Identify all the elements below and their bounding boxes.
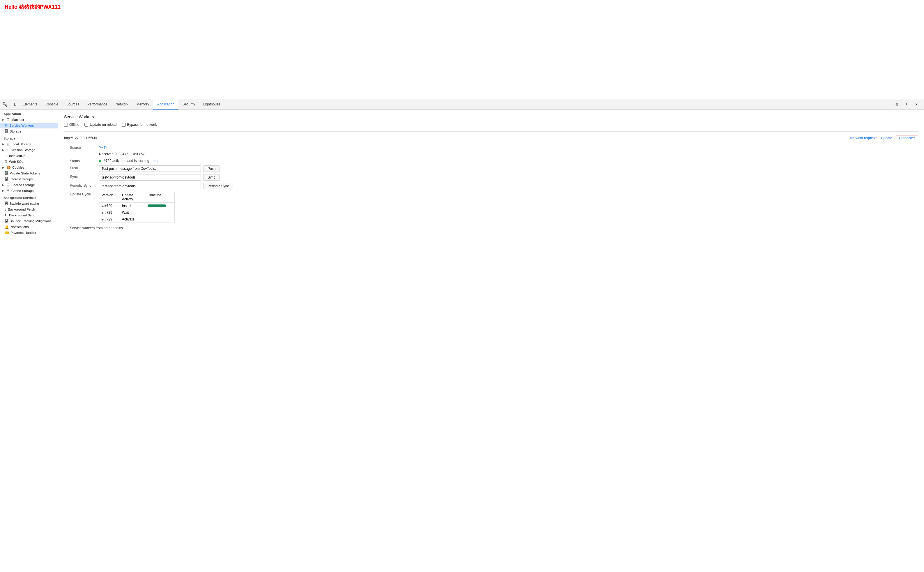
sidebar-item-bg-sync[interactable]: ↻ Background Sync — [0, 212, 58, 218]
uc-timeline-install — [146, 203, 174, 208]
periodic-sync-input[interactable] — [99, 183, 201, 189]
back-forward-icon: 🗄 — [5, 202, 8, 206]
more-options-icon[interactable]: ⋮ — [902, 101, 911, 109]
sidebar-item-payment-handler[interactable]: 💳 Payment Handler — [0, 230, 58, 236]
sidebar-item-cache-storage[interactable]: ▶ 🗄 Cache Storage — [0, 188, 58, 194]
timeline-bar-install — [148, 204, 166, 207]
uc-activity-wait: Wait — [119, 210, 146, 216]
sync-input-row: Sync — [99, 174, 918, 180]
sidebar-item-indexeddb[interactable]: ⊞ IndexedDB — [0, 153, 58, 159]
cache-storage-label: Cache Storage — [11, 189, 34, 193]
uc-row-install: ▶#729 Install — [99, 203, 174, 210]
page-heading: Hello 猪猪侠的PWA111 — [5, 3, 919, 11]
other-origins-text: Service workers from other origins — [70, 226, 123, 230]
manifest-label: Manifest — [11, 118, 24, 121]
update-reload-checkbox[interactable] — [84, 123, 88, 127]
sidebar-item-private-state[interactable]: 🗄 Private State Tokens — [0, 170, 58, 176]
update-cycle-table: Version Update Activity Timeline ▶#729 I… — [99, 192, 175, 223]
push-input[interactable] — [99, 165, 201, 172]
status-label: Status — [70, 159, 99, 163]
sidebar-item-notifications[interactable]: 🔔 Notifications — [0, 224, 58, 230]
periodic-sync-button[interactable]: Periodic Sync — [203, 183, 233, 189]
service-workers-label: Service Workers — [9, 124, 34, 127]
uc-expand-icon[interactable]: ▶ — [102, 204, 104, 208]
sync-input[interactable] — [99, 174, 201, 180]
indexeddb-label: IndexedDB — [9, 154, 26, 157]
update-cycle-table-container: Version Update Activity Timeline ▶#729 I… — [99, 192, 918, 223]
notifications-label: Notifications — [11, 225, 29, 228]
uc-col-version-header: Version — [99, 192, 119, 202]
bypass-network-label: Bypass for network — [127, 123, 157, 127]
sync-button[interactable]: Sync — [203, 174, 220, 180]
network-requests-link[interactable]: Network requests — [850, 136, 877, 140]
sidebar-item-storage[interactable]: 🗄 Storage — [0, 129, 58, 134]
unregister-link[interactable]: Unregister — [896, 135, 918, 141]
expand-arrow-icon: ▶ — [2, 118, 5, 121]
uc-timeline-activate — [146, 218, 174, 221]
uc-expand-icon[interactable]: ▶ — [102, 211, 104, 214]
sw-source-file-link[interactable]: sw.js — [99, 145, 107, 149]
sidebar-item-session-storage[interactable]: ▶ ⊞ Session Storage — [0, 147, 58, 153]
close-devtools-icon[interactable]: ✕ — [912, 101, 921, 109]
tab-elements[interactable]: Elements — [19, 99, 41, 109]
tab-sources[interactable]: Sources — [62, 99, 83, 109]
local-storage-icon: ⊞ — [6, 142, 9, 146]
sidebar-item-manifest[interactable]: ▶ 🗒 Manifest — [0, 117, 58, 123]
offline-checkbox-label[interactable]: Offline — [64, 123, 79, 127]
notifications-icon: 🔔 — [5, 225, 9, 229]
uc-timeline-wait — [146, 211, 174, 214]
uc-activity-activate: Activate — [119, 216, 146, 222]
sidebar-item-back-forward[interactable]: 🗄 Back/forward cache — [0, 201, 58, 207]
session-storage-icon: ⊞ — [6, 148, 9, 152]
update-cycle-label: Update Cycle — [70, 192, 99, 223]
uc-version-install: ▶#729 — [99, 203, 119, 209]
browser-page: Hello 猪猪侠的PWA111 — [0, 0, 924, 99]
sidebar-item-shared-storage[interactable]: ▶ 🗄 Shared Storage — [0, 182, 58, 188]
sidebar-item-bounce-tracking[interactable]: 🗄 Bounce Tracking Mitigations — [0, 218, 58, 224]
bypass-network-checkbox-label[interactable]: Bypass for network — [122, 123, 157, 127]
tab-network[interactable]: Network — [112, 99, 132, 109]
tab-lighthouse[interactable]: Lighthouse — [199, 99, 225, 109]
sidebar-item-cookies[interactable]: ▶ 🍪 Cookies — [0, 165, 58, 170]
tab-console[interactable]: Console — [41, 99, 62, 109]
tab-memory[interactable]: Memory — [132, 99, 153, 109]
source-value: sw.js — [99, 145, 918, 150]
sw-origin-header: http://127.0.0.1:5500/ Network requests … — [64, 135, 918, 141]
stop-link[interactable]: stop — [153, 159, 160, 163]
offline-checkbox[interactable] — [64, 123, 68, 127]
push-label: Push — [70, 165, 99, 172]
bg-services-section-label: Background Services — [0, 194, 58, 201]
bypass-network-checkbox[interactable] — [122, 123, 126, 127]
tab-performance[interactable]: Performance — [83, 99, 112, 109]
cookies-label: Cookies — [12, 166, 25, 169]
sw-details-grid: Source sw.js Received 2023/8/21 10:03:52… — [70, 145, 918, 223]
push-button[interactable]: Push — [203, 165, 220, 172]
sidebar-item-web-sql[interactable]: ⊞ Web SQL — [0, 159, 58, 165]
uc-expand-icon[interactable]: ▶ — [102, 218, 104, 221]
devtools-sidebar: Application ▶ 🗒 Manifest ⚙ Service Worke… — [0, 110, 58, 572]
sw-origin-url: http://127.0.0.1:5500/ — [64, 136, 97, 140]
sidebar-item-service-workers[interactable]: ⚙ Service Workers — [0, 123, 58, 129]
shared-storage-icon: 🗄 — [6, 183, 10, 187]
uc-row-activate: ▶#729 Activate — [99, 216, 174, 222]
session-storage-label: Session Storage — [11, 148, 35, 152]
sidebar-item-bg-fetch[interactable]: ↓ Background Fetch — [0, 207, 58, 212]
svg-rect-0 — [3, 103, 5, 104]
tab-list: Elements Console Sources Performance Net… — [19, 99, 893, 109]
interest-groups-label: Interest Groups — [9, 177, 33, 181]
sidebar-item-local-storage[interactable]: ▶ ⊞ Local Storage — [0, 141, 58, 147]
uc-header-row: Version Update Activity Timeline — [99, 192, 174, 203]
content-area: Service Workers Offline Update on reload… — [58, 110, 924, 572]
local-storage-label: Local Storage — [11, 142, 31, 146]
sync-label: Sync — [70, 174, 99, 180]
settings-icon[interactable]: ⚙ — [893, 101, 901, 109]
device-toggle-icon[interactable] — [10, 101, 18, 109]
update-link[interactable]: Update — [881, 136, 892, 140]
update-reload-checkbox-label[interactable]: Update on reload — [84, 123, 116, 127]
expand-arrow-icon: ▶ — [2, 143, 5, 146]
sidebar-item-interest-groups[interactable]: 🗄 Interest Groups — [0, 176, 58, 182]
tab-application[interactable]: Application — [153, 99, 178, 109]
tab-security[interactable]: Security — [178, 99, 199, 109]
web-sql-label: Web SQL — [9, 160, 23, 163]
inspect-element-icon[interactable] — [1, 101, 9, 109]
